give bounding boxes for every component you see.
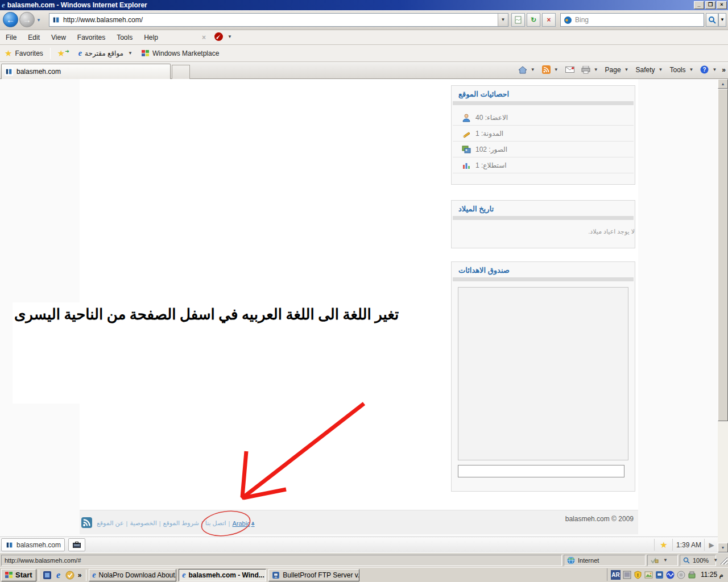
protected-dropdown-icon[interactable]: ▼ xyxy=(663,558,668,563)
footer-link-contact[interactable]: اتصل بنا xyxy=(205,519,226,527)
picture-tray-icon[interactable] xyxy=(644,571,653,579)
close-button[interactable]: × xyxy=(717,1,727,9)
security-alert-tray-icon[interactable]: ! xyxy=(634,571,642,579)
taskbar-item-balasmeh[interactable]: e balasmeh.com - Wind... xyxy=(179,569,266,581)
stat-members-label: الاعضاء: 40 xyxy=(475,114,508,122)
taskbar-item-nolapro[interactable]: e NolaPro Download About... xyxy=(89,569,176,581)
scroll-up-icon[interactable]: ▲ xyxy=(718,79,728,89)
audio-tray-icon[interactable] xyxy=(666,571,675,579)
language-indicator[interactable]: AR xyxy=(611,570,621,580)
ie-window: e balasmeh.com - Windows Internet Explor… xyxy=(0,0,728,582)
search-box[interactable]: Bing xyxy=(560,13,704,27)
stats-title: احصائيات الموقع xyxy=(452,86,635,101)
refresh-button[interactable]: ↻ xyxy=(527,13,540,27)
print-button[interactable]: ▼ xyxy=(580,65,600,75)
device-tray-icon[interactable] xyxy=(688,571,696,579)
tab-favicon xyxy=(5,68,13,76)
zoom-dropdown-icon[interactable]: ▼ xyxy=(713,558,718,563)
quick-launch-app-icon[interactable] xyxy=(42,569,53,581)
back-button[interactable]: ← xyxy=(3,12,18,27)
rss-icon[interactable] xyxy=(81,517,92,528)
favorites-button[interactable]: ★ Favorites xyxy=(0,47,48,60)
menu-favorites[interactable]: Favorites xyxy=(72,32,111,43)
windows-flag-icon xyxy=(142,49,150,57)
quick-launch-security-icon[interactable] xyxy=(64,569,76,581)
menu-view[interactable]: View xyxy=(46,32,72,43)
pdf-dropdown-icon[interactable]: ▼ xyxy=(228,34,232,39)
address-dropdown-icon[interactable]: ▼ xyxy=(498,14,508,26)
stat-photos-label: الصور: 102 xyxy=(475,146,507,153)
language-selector[interactable]: Arabic ▲▼ xyxy=(232,520,254,527)
menu-bar: File Edit View Favorites Tools Help × ▼ xyxy=(0,30,728,45)
windows-marketplace-button[interactable]: Windows Marketplace xyxy=(137,47,224,60)
taskbar-item-bulletproof[interactable]: BulletProof FTP Server v... xyxy=(268,569,359,581)
footer-link-terms[interactable]: شروط الموقع xyxy=(163,519,199,527)
home-button[interactable]: ▼ xyxy=(516,65,537,75)
scrollbar-thumb[interactable] xyxy=(718,89,728,421)
address-bar[interactable]: http://www.balasmeh.com/ ▼ xyxy=(49,13,508,27)
suggested-sites-button[interactable]: e مواقع مقترحة ▼ xyxy=(74,47,137,60)
dedication-input[interactable] xyxy=(458,465,624,477)
scroll-down-icon[interactable]: ▼ xyxy=(718,543,728,552)
stat-poll-label: استطلاع: 1 xyxy=(475,161,507,169)
select-arrows-icon: ▲▼ xyxy=(251,521,255,526)
taskbar-item-label: NolaPro Download About... xyxy=(99,571,177,579)
footer-link-about[interactable]: عن الموقع xyxy=(97,519,124,527)
tools-menu-button[interactable]: Tools ▼ xyxy=(668,65,695,75)
star-icon: ★ xyxy=(5,48,12,59)
chevron-down-icon: ▼ xyxy=(128,51,133,56)
stat-blog-row: المدونة: 1 xyxy=(453,126,634,142)
bing-logo-icon xyxy=(564,16,572,24)
menu-file[interactable]: File xyxy=(0,32,22,43)
stat-photos-row: الصور: 102 xyxy=(453,142,634,157)
search-button[interactable] xyxy=(706,13,718,27)
menu-tools[interactable]: Tools xyxy=(111,32,138,43)
system-tray: AR ! 11:25 م xyxy=(607,568,727,581)
ftp-tray-icon[interactable] xyxy=(655,571,664,579)
compatibility-view-button[interactable] xyxy=(511,13,525,27)
feeds-dropdown-icon[interactable]: ▼ xyxy=(554,67,559,72)
widget-tool-button[interactable] xyxy=(68,538,85,551)
read-mail-button[interactable] xyxy=(564,65,576,74)
search-dropdown-icon[interactable]: ▼ xyxy=(718,13,726,27)
widget-site-button[interactable]: balasmeh.com xyxy=(1,538,65,551)
feeds-button[interactable]: ▼ xyxy=(540,64,560,75)
add-favorite-button[interactable]: ★➜ xyxy=(53,47,74,60)
page-menu-button[interactable]: Page ▼ xyxy=(603,65,631,75)
new-tab-button[interactable] xyxy=(172,65,190,79)
restore-button[interactable]: ❒ xyxy=(705,1,715,9)
taskbar-clock[interactable]: 11:25 م xyxy=(698,571,727,579)
widget-star-icon[interactable]: ★ xyxy=(656,538,671,551)
print-dropdown-icon[interactable]: ▼ xyxy=(594,67,598,72)
stop-button[interactable]: × xyxy=(542,13,556,27)
menu-edit[interactable]: Edit xyxy=(22,32,46,43)
tab-balasmeh[interactable]: balasmeh.com xyxy=(1,64,171,79)
taskbar-item-label: BulletProof FTP Server v... xyxy=(283,571,359,579)
vertical-scrollbar[interactable]: ▲ ▼ xyxy=(718,79,728,552)
separator xyxy=(654,539,655,551)
display-tray-icon[interactable] xyxy=(623,571,631,579)
safety-menu-button[interactable]: Safety ▼ xyxy=(634,65,665,75)
network-tray-icon[interactable] xyxy=(677,571,685,579)
footer-link-privacy[interactable]: الخصوصية xyxy=(130,519,156,527)
protected-mode-button[interactable]: ▼ xyxy=(647,555,678,566)
widget-play-icon[interactable]: ▶ xyxy=(705,538,718,551)
adobe-pdf-button[interactable]: ▼ xyxy=(214,32,232,41)
help-dropdown-icon[interactable]: ▼ xyxy=(712,67,717,72)
start-button[interactable]: Start xyxy=(1,569,36,581)
quick-launch-ie-icon[interactable]: e xyxy=(53,569,64,581)
forward-button[interactable]: → xyxy=(19,12,35,27)
menu-help[interactable]: Help xyxy=(138,32,164,43)
quick-launch-chevron-icon[interactable]: » xyxy=(78,571,82,579)
page-menu-label: Page xyxy=(605,66,621,74)
title-bar: e balasmeh.com - Windows Internet Explor… xyxy=(0,0,728,10)
history-dropdown-icon[interactable]: ▼ xyxy=(36,18,41,23)
zoom-icon xyxy=(683,557,690,564)
overflow-chevron-icon[interactable]: » xyxy=(722,66,726,74)
home-dropdown-icon[interactable]: ▼ xyxy=(531,67,535,72)
zoom-control[interactable]: 100% ▼ xyxy=(680,555,716,566)
minimize-button[interactable]: _ xyxy=(694,1,704,9)
help-button[interactable]: ? ▼ xyxy=(698,64,718,75)
ftp-app-icon xyxy=(272,571,280,579)
panel-strip xyxy=(453,101,634,105)
